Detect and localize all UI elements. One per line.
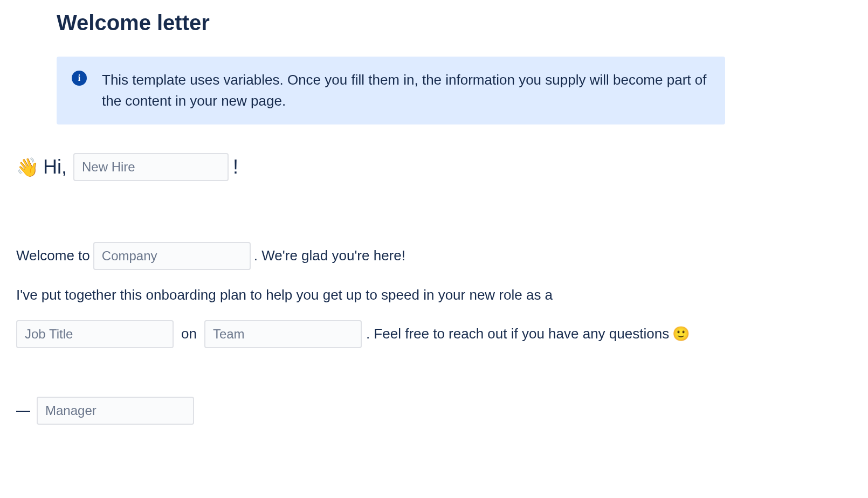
- reachout-text: . Feel free to reach out if you have any…: [366, 323, 669, 345]
- wave-emoji-icon: 👋: [16, 153, 39, 182]
- welcome-suffix-text: . We're glad you're here!: [254, 245, 405, 267]
- onboarding-line-2: on . Feel free to reach out if you have …: [16, 320, 852, 348]
- welcome-line: Welcome to . We're glad you're here!: [16, 242, 852, 270]
- info-panel-text: This template uses variables. Once you f…: [102, 70, 710, 112]
- job-title-input[interactable]: [16, 320, 174, 348]
- greeting-exclaim: !: [233, 151, 238, 183]
- page-title: Welcome letter: [57, 11, 852, 35]
- team-input[interactable]: [204, 320, 362, 348]
- signature-dash: —: [16, 399, 29, 422]
- info-icon-glyph: i: [78, 73, 80, 83]
- onboarding-intro-text: I've put together this onboarding plan t…: [16, 284, 553, 307]
- welcome-prefix-text: Welcome to: [16, 245, 90, 267]
- content-area: 👋 Hi, ! Welcome to . We're glad you're h…: [16, 151, 852, 425]
- info-icon: i: [72, 71, 87, 86]
- smiley-emoji-icon: 🙂: [672, 323, 690, 345]
- new-hire-input[interactable]: [73, 153, 229, 181]
- greeting-line: 👋 Hi, !: [16, 151, 852, 183]
- manager-input[interactable]: [37, 397, 194, 425]
- greeting-hi-text: Hi,: [43, 151, 67, 183]
- on-text: on: [181, 323, 197, 345]
- onboarding-line-1: I've put together this onboarding plan t…: [16, 284, 852, 307]
- signature-line: —: [16, 397, 852, 425]
- info-panel: i This template uses variables. Once you…: [57, 57, 725, 124]
- company-input[interactable]: [93, 242, 251, 270]
